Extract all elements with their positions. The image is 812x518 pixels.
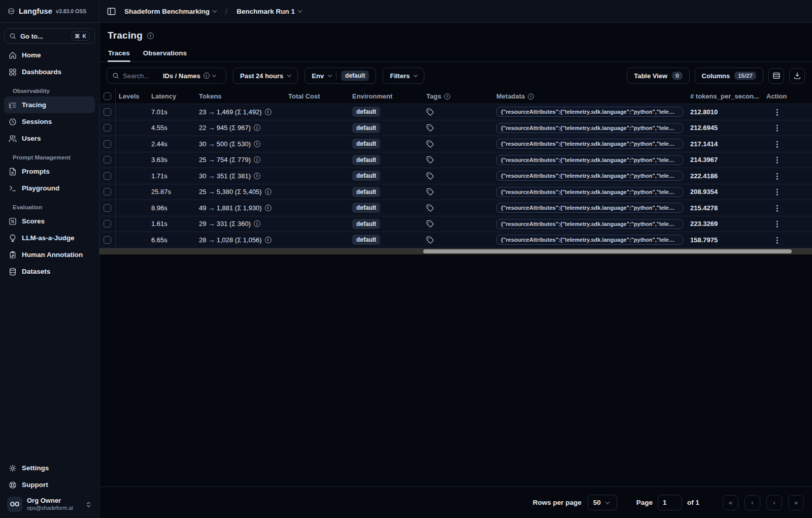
table-row[interactable]: 1.71s 30 → 351 (Σ 381) i default {"resou…: [99, 168, 812, 184]
time-range-button[interactable]: Past 24 hours: [233, 68, 298, 84]
env-filter-button[interactable]: Env default: [304, 68, 376, 84]
metadata-cell[interactable]: {"resourceAttributes":{"telemetry.sdk.la…: [496, 123, 683, 133]
row-actions-menu[interactable]: ⋮: [773, 188, 781, 196]
tag-icon[interactable]: [426, 108, 434, 116]
sidebar-toggle-button[interactable]: [107, 7, 116, 16]
info-icon[interactable]: i: [254, 173, 260, 179]
sidebar-item-dashboards[interactable]: Dashboards: [4, 63, 95, 80]
sidebar-item-human-annotation[interactable]: Human Annotation: [4, 246, 95, 263]
filters-button[interactable]: Filters: [383, 68, 424, 84]
breadcrumb-run[interactable]: Benchmark Run 1: [236, 8, 301, 15]
search-box[interactable]: IDs / Names i: [107, 68, 226, 84]
row-actions-menu[interactable]: ⋮: [773, 108, 781, 116]
row-actions-menu[interactable]: ⋮: [773, 220, 781, 228]
row-actions-menu[interactable]: ⋮: [773, 156, 781, 164]
info-icon[interactable]: i: [265, 205, 272, 211]
info-icon[interactable]: i: [254, 141, 260, 147]
row-height-button[interactable]: [768, 68, 784, 84]
tag-icon[interactable]: [426, 156, 434, 164]
metadata-cell[interactable]: {"resourceAttributes":{"telemetry.sdk.la…: [496, 139, 683, 149]
row-actions-menu[interactable]: ⋮: [773, 172, 781, 180]
scrollbar-thumb[interactable]: [423, 249, 792, 253]
info-icon[interactable]: i: [265, 109, 272, 115]
row-actions-menu[interactable]: ⋮: [773, 204, 781, 212]
tag-icon[interactable]: [426, 172, 434, 180]
sidebar-item-tracing[interactable]: Tracing: [4, 96, 95, 113]
sidebar-item-llm-as-a-judge[interactable]: LLM-as-a-Judge: [4, 230, 95, 246]
row-checkbox[interactable]: [104, 156, 111, 164]
metadata-cell[interactable]: {"resourceAttributes":{"telemetry.sdk.la…: [496, 107, 683, 117]
column-header-tokens-per-second[interactable]: # tokens_per_secon...: [687, 92, 763, 100]
table-row[interactable]: 7.01s 23 → 1,469 (Σ 1,492) i default {"r…: [99, 104, 812, 120]
table-view-button[interactable]: Table View 0: [627, 68, 689, 84]
select-all-checkbox[interactable]: [104, 92, 111, 100]
sidebar-item-users[interactable]: Users: [4, 130, 95, 147]
row-checkbox[interactable]: [104, 188, 111, 196]
goto-search[interactable]: Go to... ⌘ K: [4, 28, 95, 44]
table-row[interactable]: 4.55s 22 → 945 (Σ 967) i default {"resou…: [99, 120, 812, 137]
next-page-button[interactable]: ›: [766, 495, 782, 510]
tag-icon[interactable]: [426, 140, 434, 148]
table-row[interactable]: 25.87s 25 → 5,380 (Σ 5,405) i default {"…: [99, 184, 812, 201]
info-icon[interactable]: i: [265, 237, 272, 243]
sidebar-item-prompts[interactable]: Prompts: [4, 163, 95, 180]
column-header-tags[interactable]: Tags i: [423, 92, 493, 100]
table-row[interactable]: 1.61s 29 → 331 (Σ 360) i default {"resou…: [99, 216, 812, 233]
metadata-cell[interactable]: {"resourceAttributes":{"telemetry.sdk.la…: [496, 235, 683, 245]
table-row[interactable]: 8.96s 49 → 1,881 (Σ 1,930) i default {"r…: [99, 200, 812, 216]
tag-icon[interactable]: [426, 204, 434, 212]
metadata-cell[interactable]: {"resourceAttributes":{"telemetry.sdk.la…: [496, 155, 683, 165]
info-icon[interactable]: i: [254, 220, 260, 227]
tab-observations[interactable]: Observations: [143, 46, 187, 61]
page-number-input[interactable]: [658, 495, 682, 510]
metadata-cell[interactable]: {"resourceAttributes":{"telemetry.sdk.la…: [496, 187, 683, 197]
metadata-cell[interactable]: {"resourceAttributes":{"telemetry.sdk.la…: [496, 171, 683, 181]
column-header-tokens[interactable]: Tokens: [196, 92, 285, 100]
sidebar-item-support[interactable]: Support: [4, 476, 95, 493]
sidebar-item-sessions[interactable]: Sessions: [4, 113, 95, 130]
first-page-button[interactable]: «: [723, 495, 738, 510]
table-row[interactable]: 2.44s 30 → 500 (Σ 530) i default {"resou…: [99, 136, 812, 152]
breadcrumb-project[interactable]: Shadeform Benchmarking: [124, 8, 216, 15]
sidebar-item-playground[interactable]: Playground: [4, 180, 95, 197]
columns-button[interactable]: Columns 15/27: [695, 68, 763, 84]
table-row[interactable]: 3.63s 25 → 754 (Σ 779) i default {"resou…: [99, 152, 812, 169]
column-header-latency[interactable]: Latency: [148, 92, 196, 100]
tag-icon[interactable]: [426, 236, 434, 244]
row-actions-menu[interactable]: ⋮: [773, 124, 781, 132]
prev-page-button[interactable]: ‹: [745, 495, 760, 510]
tag-icon[interactable]: [426, 124, 434, 132]
export-button[interactable]: [789, 68, 805, 84]
tag-icon[interactable]: [426, 188, 434, 196]
tag-icon[interactable]: [426, 220, 434, 228]
row-actions-menu[interactable]: ⋮: [773, 140, 781, 148]
row-actions-menu[interactable]: ⋮: [773, 236, 781, 244]
rows-per-page-select[interactable]: 50: [588, 495, 617, 510]
info-icon[interactable]: i: [254, 124, 260, 131]
info-icon[interactable]: i: [265, 188, 272, 195]
sidebar-item-home[interactable]: Home: [4, 47, 95, 63]
search-input[interactable]: [123, 72, 159, 80]
search-scope-selector[interactable]: IDs / Names i: [163, 72, 216, 80]
info-icon[interactable]: i: [147, 33, 154, 39]
row-checkbox[interactable]: [104, 140, 111, 148]
sidebar-item-scores[interactable]: Scores: [4, 213, 95, 230]
metadata-cell[interactable]: {"resourceAttributes":{"telemetry.sdk.la…: [496, 219, 683, 229]
column-header-metadata[interactable]: Metadata i: [493, 92, 687, 100]
sidebar-item-settings[interactable]: Settings: [4, 460, 95, 476]
row-checkbox[interactable]: [104, 124, 111, 132]
info-icon[interactable]: i: [254, 156, 260, 163]
last-page-button[interactable]: »: [788, 495, 804, 510]
row-checkbox[interactable]: [104, 172, 111, 180]
user-menu[interactable]: OO Org Owner ops@shadeform.ai: [4, 493, 95, 514]
row-checkbox[interactable]: [104, 236, 111, 244]
metadata-cell[interactable]: {"resourceAttributes":{"telemetry.sdk.la…: [496, 203, 683, 213]
table-row[interactable]: 6.65s 28 → 1,028 (Σ 1,056) i default {"r…: [99, 232, 812, 248]
column-header-levels[interactable]: Levels: [116, 92, 148, 100]
tab-traces[interactable]: Traces: [108, 46, 130, 61]
row-checkbox[interactable]: [104, 108, 111, 116]
row-checkbox[interactable]: [104, 220, 111, 228]
column-header-environment[interactable]: Environment: [349, 92, 423, 100]
row-checkbox[interactable]: [104, 204, 111, 212]
column-header-total-cost[interactable]: Total Cost: [285, 92, 349, 100]
